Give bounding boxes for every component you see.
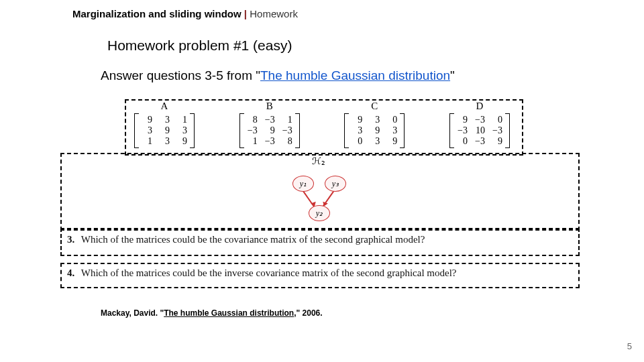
question-3-text: Which of the matrices could be the covar… [81, 234, 425, 245]
question-3-number: 3. [67, 234, 74, 245]
matrix-B-values: 8−31 −39−3 1−38 [244, 113, 295, 148]
header-section: Homework [250, 8, 298, 19]
citation-author: Mackay, David. " [101, 308, 164, 318]
matrices-row: A 931 393 139 B 8−31 −39−3 1−38 C [134, 101, 510, 148]
citation: Mackay, David. "The humble Gaussian dist… [101, 308, 323, 318]
matrix-A-values: 931 393 139 [139, 113, 190, 148]
slide-header: Marginalization and sliding window | Hom… [72, 8, 298, 19]
question-4-text: Which of the matrices could be the inver… [81, 267, 457, 278]
matrix-A-label: A [161, 101, 168, 112]
matrix-B-label: B [266, 101, 273, 112]
prompt-pre: Answer questions 3-5 from " [101, 68, 260, 82]
page-number: 5 [627, 341, 632, 351]
node-y3: y₃ [325, 176, 346, 192]
homework-prompt: Answer questions 3-5 from "The humble Ga… [101, 68, 455, 83]
graphical-model: ℋ₂ y₁ y₃ y₂ [60, 153, 577, 228]
header-main: Marginalization and sliding window [72, 8, 241, 19]
prompt-link[interactable]: The humble Gaussian distribution [260, 68, 450, 82]
matrix-C-values: 930 393 039 [349, 113, 400, 148]
question-4-number: 4. [67, 267, 74, 278]
model-label: ℋ₂ [312, 156, 325, 167]
matrix-A: A 931 393 139 [134, 101, 195, 148]
matrix-D-label: D [476, 101, 484, 112]
node-y2: y₂ [309, 205, 330, 221]
matrix-C: C 930 393 039 [344, 101, 405, 148]
matrix-C-label: C [371, 101, 378, 112]
question-3: 3. Which of the matrices could be the co… [67, 234, 425, 245]
prompt-post: " [450, 68, 455, 82]
matrix-B: B 8−31 −39−3 1−38 [239, 101, 300, 148]
node-y1: y₁ [292, 176, 314, 192]
citation-tail: ," 2006. [294, 308, 322, 318]
question-4: 4. Which of the matrices could be the in… [67, 267, 457, 279]
matrix-D-values: 9−30 −310−3 0−39 [454, 113, 505, 148]
citation-link[interactable]: The humble Gaussian distribution [164, 308, 294, 318]
matrix-D: D 9−30 −310−3 0−39 [449, 101, 510, 148]
header-separator: | [244, 8, 247, 19]
slide-title: Homework problem #1 (easy) [107, 38, 292, 54]
